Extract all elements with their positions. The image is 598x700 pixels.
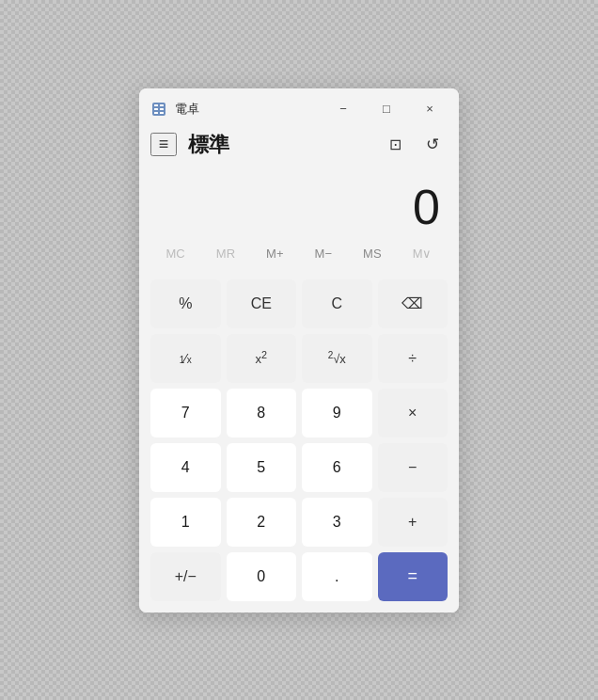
svg-rect-3 <box>154 108 158 110</box>
memory-minus-button[interactable]: M− <box>307 243 339 264</box>
subtract-button[interactable]: − <box>378 443 448 492</box>
ce-button[interactable]: CE <box>227 279 297 328</box>
header-icons: ⊡ ↺ <box>380 130 448 160</box>
key-row-3: 7 8 9 × <box>150 389 448 438</box>
keep-on-top-button[interactable]: ⊡ <box>380 130 410 160</box>
key-row-5: 1 2 3 + <box>150 498 448 547</box>
keep-on-top-icon: ⊡ <box>389 135 401 153</box>
svg-rect-4 <box>160 108 164 110</box>
memory-recall-button[interactable]: MR <box>209 243 243 264</box>
negate-button[interactable]: +/− <box>150 552 221 601</box>
multiply-button[interactable]: × <box>378 389 448 438</box>
square-label: x2 <box>255 349 267 366</box>
six-button[interactable]: 6 <box>302 443 372 492</box>
four-button[interactable]: 4 <box>150 443 221 492</box>
equals-button[interactable]: = <box>378 552 448 601</box>
decimal-button[interactable]: . <box>302 552 372 601</box>
window-controls: − □ × <box>322 94 451 124</box>
memory-view-button[interactable]: M∨ <box>405 243 440 264</box>
minimize-button[interactable]: − <box>322 94 365 124</box>
square-button[interactable]: x2 <box>227 334 297 383</box>
sqrt-label: 2√x <box>328 350 346 366</box>
keypad: % CE C ⌫ 1⁄x x2 2√x ÷ 7 8 9 × <box>139 272 459 612</box>
memory-plus-button[interactable]: M+ <box>259 243 291 264</box>
one-button[interactable]: 1 <box>150 498 221 547</box>
sqrt-button[interactable]: 2√x <box>302 334 372 383</box>
maximize-button[interactable]: □ <box>365 94 408 124</box>
history-icon: ↺ <box>426 135 439 154</box>
key-row-1: % CE C ⌫ <box>150 279 448 328</box>
title-bar: 電卓 − □ × <box>139 88 459 126</box>
display-area: 0 <box>139 164 459 239</box>
app-icon <box>150 101 167 118</box>
three-button[interactable]: 3 <box>302 498 372 547</box>
five-button[interactable]: 5 <box>227 443 297 492</box>
key-row-6: +/− 0 . = <box>150 552 448 601</box>
divide-button[interactable]: ÷ <box>378 334 448 383</box>
clear-button[interactable]: C <box>302 279 372 328</box>
display-value: 0 <box>413 183 440 231</box>
calculator-window: 電卓 − □ × ≡ 標準 ⊡ ↺ 0 MC MR M+ M− MS M∨ <box>139 88 459 612</box>
inverse-button[interactable]: 1⁄x <box>150 334 221 383</box>
key-row-2: 1⁄x x2 2√x ÷ <box>150 334 448 383</box>
eight-button[interactable]: 8 <box>227 389 297 438</box>
svg-rect-5 <box>154 112 158 114</box>
seven-button[interactable]: 7 <box>150 389 221 438</box>
zero-button[interactable]: 0 <box>227 552 297 601</box>
inverse-label: 1⁄x <box>180 351 192 366</box>
nine-button[interactable]: 9 <box>302 389 372 438</box>
window-title: 電卓 <box>175 101 322 118</box>
backspace-button[interactable]: ⌫ <box>378 279 448 328</box>
memory-clear-button[interactable]: MC <box>159 243 193 264</box>
memory-row: MC MR M+ M− MS M∨ <box>139 239 459 272</box>
percent-button[interactable]: % <box>150 279 221 328</box>
add-button[interactable]: + <box>378 498 448 547</box>
svg-rect-1 <box>154 104 158 106</box>
memory-store-button[interactable]: MS <box>355 243 389 264</box>
calculator-mode-title: 標準 <box>188 131 380 159</box>
app-header: ≡ 標準 ⊡ ↺ <box>139 126 459 164</box>
close-button[interactable]: × <box>408 94 451 124</box>
svg-rect-6 <box>160 112 164 114</box>
history-button[interactable]: ↺ <box>417 130 448 160</box>
menu-button[interactable]: ≡ <box>150 133 177 156</box>
key-row-4: 4 5 6 − <box>150 443 448 492</box>
two-button[interactable]: 2 <box>227 498 297 547</box>
svg-rect-2 <box>160 104 164 106</box>
